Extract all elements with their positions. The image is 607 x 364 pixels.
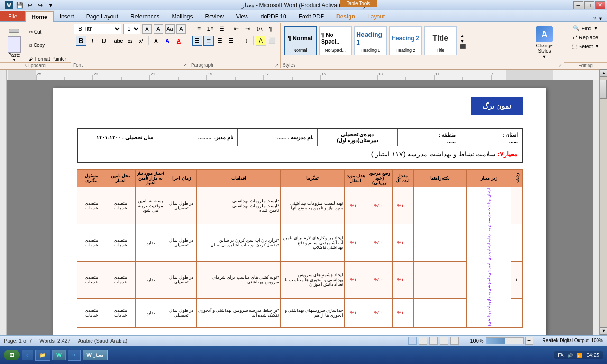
criteria-label: معیار۷: xyxy=(497,150,518,158)
bold-button[interactable]: B xyxy=(76,36,86,46)
numbering-button[interactable]: 1≡ xyxy=(205,24,215,34)
align-right-button[interactable]: ☰ xyxy=(215,36,225,46)
cut-button[interactable]: ✂ Cut xyxy=(27,28,69,36)
tab-review[interactable]: Review xyxy=(199,11,230,21)
change-styles-button[interactable]: A Change Styles ▼ xyxy=(531,26,558,60)
volume-icon[interactable]: 🔊 xyxy=(567,353,573,358)
paragraph-dialog-launcher[interactable]: ↗ xyxy=(275,63,278,68)
decrease-indent-button[interactable]: ⇤ xyxy=(231,24,241,34)
help-icon[interactable]: ? xyxy=(593,16,596,21)
align-center-button[interactable]: ≡ xyxy=(203,36,214,46)
copy-button[interactable]: ⧉ Copy xyxy=(27,41,69,50)
text-highlight-button[interactable]: A xyxy=(151,36,161,46)
row3-actions: *توله کشی های مناسب برای شرمای سرویس بهد… xyxy=(197,261,281,298)
explorer-button[interactable]: 📁 xyxy=(35,350,50,361)
outline-btn[interactable] xyxy=(440,337,448,345)
find-button[interactable]: 🔍 Find ▼ xyxy=(570,24,601,33)
underline-button[interactable]: U xyxy=(99,36,109,46)
clock: 04:25 xyxy=(586,352,599,358)
ie-button[interactable]: e xyxy=(22,350,33,360)
font-dialog-launcher[interactable]: ↗ xyxy=(183,63,187,68)
paint-brush-icon: 🖌 xyxy=(29,56,35,62)
page-info: Page: 1 of 7 xyxy=(4,338,32,344)
tab-mailings[interactable]: Mailings xyxy=(166,11,199,21)
collapse-icon[interactable]: ▼ xyxy=(598,16,603,21)
style-heading1[interactable]: Heading 1 Heading 1 xyxy=(354,26,387,55)
word-active-label: معيار xyxy=(93,353,103,358)
styles-dialog-launcher[interactable]: ↗ xyxy=(558,63,562,68)
row2-radif xyxy=(511,224,523,261)
tab-view[interactable]: View xyxy=(230,11,255,21)
style-title[interactable]: Title Title xyxy=(424,26,457,55)
superscript-button[interactable]: x² xyxy=(136,36,147,46)
tab-dopdf[interactable]: doPDF 10 xyxy=(255,11,293,21)
header-button[interactable]: نمون برگ xyxy=(471,97,523,115)
line-spacing-button[interactable]: ↕ xyxy=(241,36,251,46)
bullets-button[interactable]: ≡ xyxy=(193,24,204,34)
customize-btn[interactable]: ▼ xyxy=(46,1,55,9)
telegram-button[interactable]: ✈ xyxy=(68,350,81,361)
font-color-button[interactable]: A xyxy=(174,36,184,46)
sort-button[interactable]: ↕A xyxy=(254,24,264,34)
style-heading2[interactable]: Heading 2 Heading 2 xyxy=(389,26,422,55)
style-no-spacing[interactable]: ¶ No Spaci... No Spaci... xyxy=(319,26,352,55)
find-dropdown[interactable]: ▼ xyxy=(594,26,598,31)
justify-button[interactable]: ☰ xyxy=(226,36,237,46)
style-normal[interactable]: ¶ Normal Normal xyxy=(284,26,317,55)
tab-home[interactable]: Home xyxy=(25,11,53,22)
show-formatting-button[interactable]: ¶ xyxy=(265,24,276,34)
tab-design[interactable]: Design xyxy=(330,11,361,21)
tab-references[interactable]: References xyxy=(124,11,166,21)
replace-button[interactable]: ⇄ Replace xyxy=(570,33,601,42)
tab-foxit[interactable]: Foxit PDF xyxy=(293,11,330,21)
tab-file[interactable]: File xyxy=(0,11,25,21)
lang-indicator[interactable]: FA xyxy=(558,353,563,358)
maximize-btn[interactable]: □ xyxy=(584,1,594,9)
word-taskbar-button[interactable]: W xyxy=(52,350,65,360)
style-heading1-preview: Heading 1 xyxy=(356,29,385,48)
row1-zir-meyyar: ارتقای بهداشت مدرسه (رتبه، رتباه، ارتقام… xyxy=(467,187,511,328)
italic-button[interactable]: I xyxy=(87,36,98,46)
row4-tamgarma: جداسازی سرویسهای بهداشتی و آبخوری ها از … xyxy=(280,299,344,327)
grow-font-button[interactable]: A xyxy=(142,24,152,34)
change-case-button[interactable]: Aa xyxy=(165,24,175,34)
increase-indent-button[interactable]: ⇥ xyxy=(242,24,253,34)
paste-dropdown[interactable]: ▼ xyxy=(12,58,16,62)
select-dropdown[interactable]: ▼ xyxy=(595,44,599,49)
align-left-button[interactable]: ☰ xyxy=(192,36,202,46)
draft-btn[interactable] xyxy=(450,337,459,345)
undo-btn[interactable]: ↩ xyxy=(26,1,34,9)
styles-down[interactable]: ▼ xyxy=(460,38,466,44)
subscript-button[interactable]: x₂ xyxy=(125,36,135,46)
change-styles-dropdown[interactable]: ▼ xyxy=(543,55,547,59)
borders-button[interactable]: ⬜ xyxy=(267,36,277,46)
select-button[interactable]: ⬚ Select ▼ xyxy=(569,42,603,51)
font-name-select[interactable]: B Titr xyxy=(74,24,121,34)
folder-icon: 📁 xyxy=(39,352,46,358)
multilevel-button[interactable]: ☰ xyxy=(216,24,227,34)
clear-format-button[interactable]: A xyxy=(176,24,186,34)
zoom-slider[interactable] xyxy=(486,337,524,344)
redo-btn[interactable]: ↪ xyxy=(36,1,45,9)
web-layout-btn[interactable] xyxy=(429,337,438,345)
paste-button[interactable]: Paste ▼ xyxy=(2,24,27,67)
shrink-font-button[interactable]: A xyxy=(154,24,163,34)
zoom-in-btn[interactable]: + xyxy=(525,337,533,345)
tab-layout[interactable]: Layout xyxy=(361,11,391,21)
print-layout-btn[interactable] xyxy=(408,337,417,345)
strikethrough-button[interactable]: abc xyxy=(113,36,124,46)
minimize-btn[interactable]: ─ xyxy=(573,1,583,9)
styles-up[interactable]: ▲ xyxy=(460,33,466,38)
close-btn[interactable]: ✕ xyxy=(595,1,605,9)
font-size-select[interactable]: 10 xyxy=(123,24,140,34)
word-active-button[interactable]: W معيار xyxy=(83,350,108,360)
shading-button[interactable]: A xyxy=(256,36,266,46)
save-btn[interactable]: 💾 xyxy=(15,1,24,9)
styles-expand[interactable]: ⬛ xyxy=(460,44,466,49)
text-effects-button[interactable]: A xyxy=(162,36,173,46)
tab-page-layout[interactable]: Page Layout xyxy=(80,11,124,21)
start-button[interactable]: ⊞ xyxy=(4,350,20,360)
tab-insert[interactable]: Insert xyxy=(54,11,80,21)
editing-group-label: Editing xyxy=(564,62,607,68)
full-reading-btn[interactable] xyxy=(419,337,427,345)
